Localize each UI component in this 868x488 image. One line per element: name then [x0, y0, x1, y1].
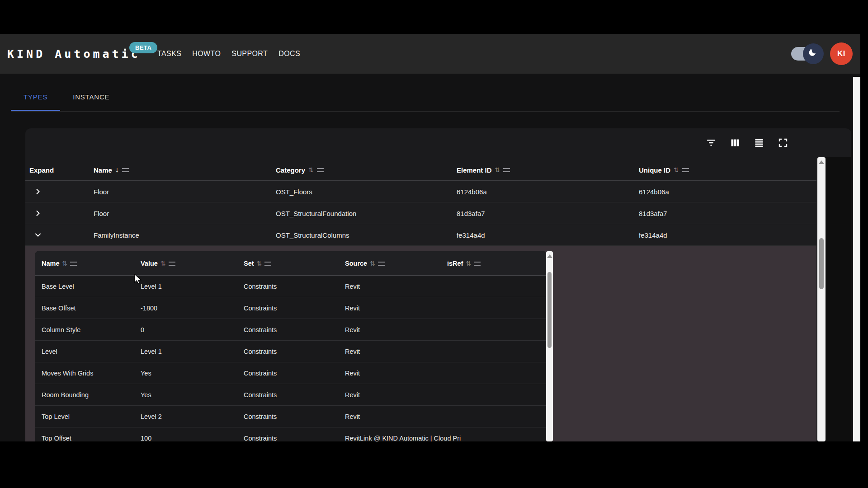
app-bar: KIND Automatic BETA TASKS HOWTO SUPPORT …	[0, 34, 860, 74]
scrollbar-thumb[interactable]	[819, 238, 824, 289]
table-row-expanded[interactable]: FamilyInstance OST_StructuralColumns fe3…	[25, 224, 816, 246]
cell-property-source: RevitLink @ KIND Automatic | Cloud Pri	[345, 427, 461, 441]
app-logo[interactable]: KIND Automatic	[7, 34, 141, 74]
tab-types[interactable]: TYPES	[11, 83, 60, 111]
property-row-clipped[interactable]: Top Offset 100 Constraints RevitLink @ K…	[35, 427, 546, 441]
column-menu-icon[interactable]	[503, 168, 510, 172]
cell-property-value: -1800	[141, 297, 157, 319]
scroll-up-arrow-icon[interactable]	[547, 254, 552, 258]
chevron-right-icon[interactable]	[34, 202, 42, 224]
fullscreen-icon[interactable]	[777, 137, 789, 149]
cell-property-source: Revit	[345, 319, 360, 341]
row-detail-panel: Name ⇅ Value ⇅ Set ⇅	[25, 246, 816, 441]
main-nav: TASKS HOWTO SUPPORT DOCS	[157, 34, 300, 74]
nav-item-tasks[interactable]: TASKS	[157, 50, 181, 58]
scrollbar-thumb[interactable]	[547, 272, 552, 348]
card-right-strip	[826, 157, 851, 441]
tab-instance[interactable]: INSTANCE	[60, 83, 122, 111]
column-header-set[interactable]: Set ⇅	[244, 251, 271, 276]
column-header-value[interactable]: Value ⇅	[141, 251, 175, 276]
properties-header-row: Name ⇅ Value ⇅ Set ⇅	[35, 251, 546, 276]
cell-property-name: Base Offset	[42, 297, 76, 319]
filter-icon[interactable]	[705, 137, 717, 149]
properties-scrollbar[interactable]	[546, 251, 553, 441]
types-table: Expand Name ↓ Category ⇅ Element ID	[25, 157, 816, 441]
sort-icon[interactable]: ⇅	[495, 167, 500, 173]
sort-icon[interactable]: ⇅	[62, 260, 68, 267]
cell-property-name: Level	[42, 341, 57, 362]
table-row[interactable]: Floor OST_StructuralFoundation 81d3afa7 …	[25, 202, 816, 224]
cell-property-set: Constraints	[244, 427, 277, 441]
property-row[interactable]: Base Level Level 1 Constraints Revit	[35, 276, 546, 297]
column-header-source[interactable]: Source ⇅	[345, 251, 385, 276]
column-menu-icon[interactable]	[122, 168, 129, 172]
chevron-down-icon[interactable]	[34, 224, 42, 246]
dark-mode-toggle[interactable]	[791, 47, 819, 61]
cell-property-source: Revit	[345, 276, 360, 297]
cell-property-set: Constraints	[244, 297, 277, 319]
density-icon[interactable]	[753, 137, 765, 149]
column-menu-icon[interactable]	[378, 262, 385, 266]
property-row[interactable]: Moves With Grids Yes Constraints Revit	[35, 362, 546, 384]
cell-property-name: Base Level	[42, 276, 74, 297]
column-menu-icon[interactable]	[169, 262, 175, 266]
cell-element-id: fe314a4d	[457, 224, 485, 246]
nav-item-support[interactable]: SUPPORT	[231, 50, 268, 58]
column-header-name[interactable]: Name ⇅	[42, 251, 77, 276]
cell-property-name: Column Style	[42, 319, 80, 341]
cell-property-source: Revit	[345, 362, 360, 384]
column-menu-icon[interactable]	[70, 262, 77, 266]
cell-property-name: Top Level	[42, 406, 70, 427]
cell-property-set: Constraints	[244, 406, 277, 427]
sort-icon[interactable]: ⇅	[370, 260, 375, 267]
sort-descending-icon[interactable]: ↓	[115, 166, 119, 174]
screen: KIND Automatic BETA TASKS HOWTO SUPPORT …	[0, 0, 868, 488]
column-header-isref[interactable]: isRef ⇅	[447, 251, 481, 276]
sort-icon[interactable]: ⇅	[308, 167, 314, 173]
sort-icon[interactable]: ⇅	[160, 260, 166, 267]
cell-property-value: 100	[141, 427, 151, 441]
column-menu-icon[interactable]	[264, 262, 271, 266]
moon-icon	[807, 47, 819, 61]
cell-name: Floor	[94, 202, 109, 224]
cell-element-id: 81d3afa7	[457, 202, 485, 224]
column-header-element-id[interactable]: Element ID ⇅	[457, 159, 510, 181]
nav-item-docs[interactable]: DOCS	[278, 50, 300, 58]
columns-icon[interactable]	[729, 137, 741, 149]
cell-name: Floor	[94, 181, 109, 202]
table-row[interactable]: Floor OST_Floors 6124b06a 6124b06a	[25, 181, 816, 202]
letterbox-bottom	[0, 441, 868, 488]
column-menu-icon[interactable]	[682, 168, 689, 172]
cell-property-source: Revit	[345, 297, 360, 319]
browser-scrollbar[interactable]	[853, 77, 860, 441]
column-header-category[interactable]: Category ⇅	[276, 159, 324, 181]
cell-unique-id: fe314a4d	[639, 224, 667, 246]
column-menu-icon[interactable]	[317, 168, 324, 172]
sort-icon[interactable]: ⇅	[674, 167, 679, 173]
tab-bar: TYPES INSTANCE	[11, 83, 122, 111]
property-row[interactable]: Column Style 0 Constraints Revit	[35, 319, 546, 341]
scroll-up-arrow-icon[interactable]	[819, 160, 824, 164]
column-menu-icon[interactable]	[474, 262, 481, 266]
table-scrollbar[interactable]	[817, 157, 826, 441]
chevron-right-icon[interactable]	[34, 181, 42, 202]
cell-property-source: Revit	[345, 406, 360, 427]
nav-item-howto[interactable]: HOWTO	[192, 50, 221, 58]
cell-unique-id: 81d3afa7	[639, 202, 667, 224]
mouse-cursor	[134, 274, 143, 286]
cell-property-source: Revit	[345, 384, 360, 406]
cell-property-name: Moves With Grids	[42, 362, 93, 384]
column-header-unique-id[interactable]: Unique ID ⇅	[639, 159, 689, 181]
sort-icon[interactable]: ⇅	[466, 260, 471, 267]
column-header-expand: Expand	[29, 159, 54, 181]
toggle-knob	[803, 43, 824, 64]
property-row[interactable]: Base Offset -1800 Constraints Revit	[35, 297, 546, 319]
column-header-name[interactable]: Name ↓	[94, 159, 129, 181]
property-row[interactable]: Top Level Level 2 Constraints Revit	[35, 406, 546, 427]
property-row[interactable]: Room Bounding Yes Constraints Revit	[35, 384, 546, 406]
cell-property-set: Constraints	[244, 362, 277, 384]
user-avatar[interactable]: KI	[830, 42, 853, 65]
sort-icon[interactable]: ⇅	[257, 260, 262, 267]
property-row[interactable]: Level Level 1 Constraints Revit	[35, 341, 546, 362]
cell-unique-id: 6124b06a	[639, 181, 669, 202]
